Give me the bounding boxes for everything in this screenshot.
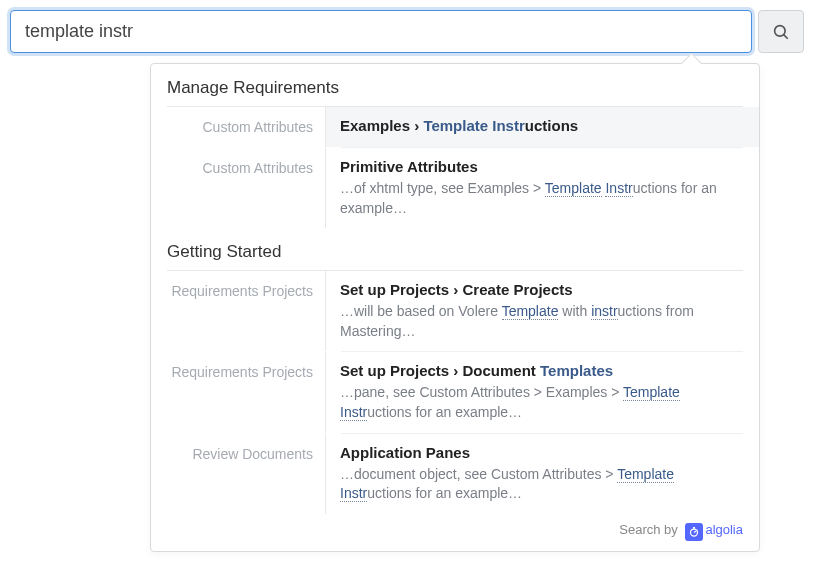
result-category: Requirements Projects	[151, 271, 325, 351]
search-result[interactable]: Custom AttributesExamples › Template Ins…	[151, 107, 759, 147]
section-header: Getting Started	[151, 228, 759, 270]
result-body: Examples › Template Instructions	[325, 107, 759, 147]
dropdown-footer: Search by algolia	[151, 514, 759, 545]
search-dropdown: Manage RequirementsCustom AttributesExam…	[150, 63, 760, 552]
result-body: Set up Projects › Document Templates…pan…	[325, 352, 759, 432]
search-button[interactable]	[758, 10, 804, 53]
result-snippet: …document object, see Custom Attributes …	[340, 465, 743, 504]
search-input[interactable]	[10, 10, 752, 53]
svg-line-1	[784, 34, 788, 38]
result-title: Examples › Template Instructions	[340, 117, 743, 134]
result-snippet: …will be based on Volere Template with i…	[340, 302, 743, 341]
algolia-icon	[685, 523, 703, 541]
result-category: Custom Attributes	[151, 148, 325, 228]
search-icon	[772, 23, 790, 41]
result-category: Review Documents	[151, 434, 325, 514]
svg-point-0	[775, 25, 786, 36]
result-title: Primitive Attributes	[340, 158, 743, 175]
search-bar	[10, 10, 804, 53]
svg-line-3	[694, 531, 696, 533]
search-result[interactable]: Review DocumentsApplication Panes…docume…	[151, 434, 759, 514]
search-result[interactable]: Requirements ProjectsSet up Projects › D…	[151, 352, 759, 432]
search-result[interactable]: Requirements ProjectsSet up Projects › C…	[151, 271, 759, 351]
footer-label: Search by	[619, 522, 681, 537]
section-header: Manage Requirements	[151, 64, 759, 106]
result-body: Application Panes…document object, see C…	[325, 434, 759, 514]
result-body: Set up Projects › Create Projects…will b…	[325, 271, 759, 351]
result-title: Application Panes	[340, 444, 743, 461]
result-snippet: …of xhtml type, see Examples > Template …	[340, 179, 743, 218]
result-title: Set up Projects › Document Templates	[340, 362, 743, 379]
search-result[interactable]: Custom AttributesPrimitive Attributes…of…	[151, 148, 759, 228]
algolia-brand[interactable]: algolia	[705, 522, 743, 537]
result-snippet: …pane, see Custom Attributes > Examples …	[340, 383, 743, 422]
result-category: Requirements Projects	[151, 352, 325, 432]
result-title: Set up Projects › Create Projects	[340, 281, 743, 298]
result-category: Custom Attributes	[151, 107, 325, 147]
result-body: Primitive Attributes…of xhtml type, see …	[325, 148, 759, 228]
